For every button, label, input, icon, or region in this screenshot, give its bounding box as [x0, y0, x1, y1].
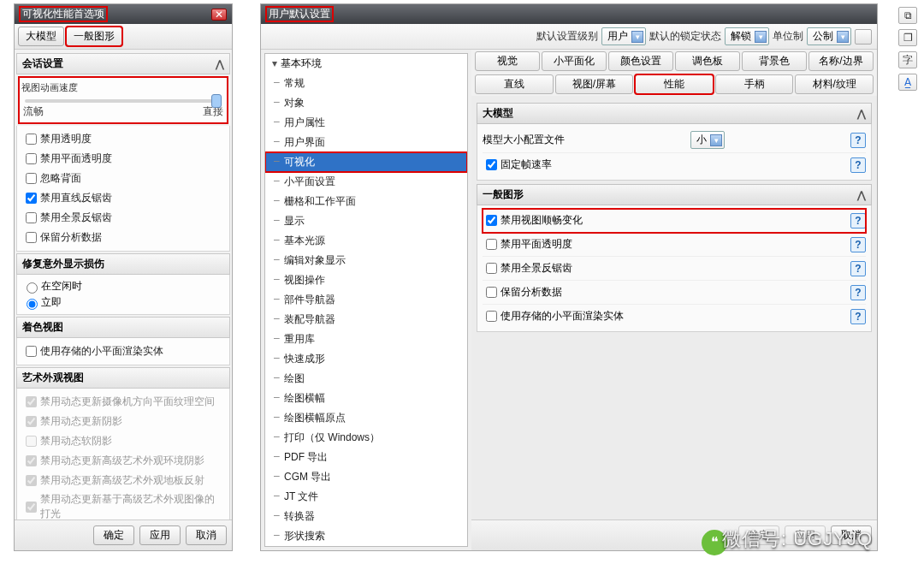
tree-item[interactable]: 可视报告 — [265, 546, 467, 547]
tree-item[interactable]: 部件导航器 — [265, 290, 467, 310]
row-scene-aa[interactable]: 禁用全景反锯齿 ? — [483, 257, 866, 281]
tab-background[interactable]: 背景色 — [742, 51, 807, 71]
radio-immediate[interactable]: 立即 — [22, 294, 224, 311]
chk-facet-render[interactable] — [486, 311, 497, 322]
tab-name-bounds[interactable]: 名称/边界 — [808, 51, 874, 71]
tab-general-graphics[interactable]: 一般图形 — [66, 27, 122, 46]
tree-item[interactable]: 绘图 — [265, 369, 467, 389]
tree-item[interactable]: 绘图横幅原点 — [265, 408, 467, 428]
chk-keep-analysis[interactable]: 保留分析数据 — [22, 228, 224, 247]
chk-disable-line-aa[interactable]: 禁用直线反锯齿 — [22, 188, 224, 208]
chk-facet-render[interactable]: 使用存储的小平面渲染实体 — [22, 341, 224, 361]
shade-section-head[interactable]: 着色视图 — [16, 317, 230, 338]
tree-item[interactable]: 编辑对象显示 — [265, 251, 467, 270]
level-combo[interactable]: 用户▾ — [601, 27, 646, 45]
session-section-head[interactable]: 会话设置 ⋀ — [16, 53, 230, 74]
tree-item[interactable]: 装配导航器 — [265, 310, 467, 329]
tab-large-model[interactable]: 大模型 — [18, 27, 64, 46]
tree-item[interactable]: 绘图横幅 — [265, 389, 467, 408]
tree-item[interactable]: 常规 — [265, 74, 467, 93]
cancel-button[interactable]: 取消 — [186, 525, 227, 545]
chk-fixed-fps[interactable] — [486, 159, 497, 170]
chk-plane-trans[interactable] — [486, 239, 497, 250]
tree-item[interactable]: 快速成形 — [265, 349, 467, 369]
close-icon[interactable]: ✕ — [211, 9, 227, 21]
chk-smooth-view[interactable] — [486, 215, 497, 226]
tree-item[interactable]: 对象 — [265, 93, 467, 113]
tree-item[interactable]: 转换器 — [265, 507, 467, 526]
dialog-title: 用户默认设置 — [266, 7, 333, 21]
artistic-section-head[interactable]: 艺术外观视图 — [16, 367, 230, 389]
chevron-up-icon[interactable]: ⋀ — [216, 58, 224, 70]
tree-item[interactable]: 形状搜索 — [265, 526, 467, 546]
chk-scene-aa[interactable] — [486, 263, 497, 274]
unit-combo[interactable]: 公制▾ — [807, 27, 851, 45]
tab-view-screen[interactable]: 视图/屏幕 — [555, 74, 634, 94]
tree-item[interactable]: 打印（仅 Windows） — [265, 428, 467, 448]
format-icon[interactable]: A̲ — [898, 74, 917, 91]
chk-disable-plane-transparency[interactable]: 禁用平面透明度 — [22, 149, 224, 169]
chk-keep-analysis[interactable] — [486, 287, 497, 298]
visual-perf-prefs-dialog: 可视化性能首选项 ✕ 大模型 一般图形 会话设置 ⋀ 视图动画速度 流畅 直接 … — [14, 3, 233, 551]
tab-line[interactable]: 直线 — [475, 74, 554, 94]
tree-item[interactable]: 视图操作 — [265, 270, 467, 290]
chevron-up-icon[interactable]: ⋀ — [857, 189, 866, 201]
tree-item-visualization[interactable]: 可视化 — [265, 152, 467, 172]
row-facet-render[interactable]: 使用存储的小平面渲染实体 ? — [483, 305, 866, 328]
tree-item[interactable]: PDF 导出 — [265, 448, 467, 467]
pages-icon[interactable]: ❐ — [898, 29, 917, 46]
apply-button[interactable]: 应用 — [139, 525, 181, 545]
ok-button[interactable]: 确定 — [93, 525, 134, 545]
chk-disable-transparency[interactable]: 禁用透明度 — [22, 129, 224, 149]
char-icon[interactable]: 字 — [898, 51, 917, 68]
help-icon[interactable]: ? — [850, 133, 866, 148]
tab-material-texture[interactable]: 材料/纹理 — [795, 74, 874, 94]
tree-item[interactable]: CGM 导出 — [265, 467, 467, 487]
tree-item[interactable]: JT 文件 — [265, 487, 467, 507]
row-smooth-view[interactable]: 禁用视图顺畅变化 ? — [483, 209, 866, 233]
help-icon[interactable]: ? — [850, 261, 866, 276]
tree-item[interactable]: 用户界面 — [265, 133, 467, 152]
chk-disable-scene-aa[interactable]: 禁用全景反锯齿 — [22, 208, 224, 228]
chevron-up-icon[interactable]: ⋀ — [857, 108, 866, 120]
row-fixed-fps[interactable]: 固定帧速率 ? — [483, 153, 866, 176]
artistic-body: 禁用动态更新摄像机方向平面纹理空间 禁用动态更新阴影 禁用动态软阴影 禁用动态更… — [16, 389, 230, 519]
repair-section-head[interactable]: 修复意外显示损伤 — [16, 253, 230, 275]
chevron-down-icon: ▾ — [710, 134, 722, 146]
nav-tree[interactable]: 基本环境 常规 对象 用户属性 用户界面 可视化 小平面设置 栅格和工作平面 显… — [264, 53, 468, 547]
row-keep-analysis[interactable]: 保留分析数据 ? — [483, 281, 866, 305]
tree-item[interactable]: 重用库 — [265, 329, 467, 349]
group-large-model-head[interactable]: 大模型 ⋀ — [477, 103, 872, 124]
session-checks: 禁用透明度 禁用平面透明度 忽略背面 禁用直线反锯齿 禁用全景反锯齿 保留分析数… — [16, 126, 230, 252]
help-icon[interactable]: ? — [850, 213, 866, 229]
ok-button[interactable]: 确定 — [738, 525, 779, 545]
help-icon[interactable]: ? — [850, 237, 866, 252]
tab-palette[interactable]: 调色板 — [675, 51, 740, 71]
chk-ignore-backface[interactable]: 忽略背面 — [22, 169, 224, 188]
radio-on-idle[interactable]: 在空闲时 — [22, 278, 224, 294]
restore-icon[interactable]: ⧉ — [898, 7, 917, 24]
apply-button[interactable]: 应用 — [785, 525, 826, 545]
tree-item[interactable]: 基本光源 — [265, 231, 467, 251]
tab-performance[interactable]: 性能 — [635, 74, 714, 94]
help-icon[interactable]: ? — [850, 285, 866, 300]
help-icon[interactable]: ? — [850, 309, 866, 324]
lock-combo[interactable]: 解锁▾ — [725, 27, 769, 45]
group-general-head[interactable]: 一般图形 ⋀ — [477, 184, 872, 205]
model-size-combo[interactable]: 小▾ — [690, 131, 725, 149]
cancel-button[interactable]: 取消 — [831, 525, 872, 545]
tree-root[interactable]: 基本环境 — [265, 54, 467, 74]
tab-visual[interactable]: 视觉 — [475, 51, 540, 71]
tree-item[interactable]: 栅格和工作平面 — [265, 192, 467, 211]
tab-handles[interactable]: 手柄 — [715, 74, 794, 94]
info-icon[interactable] — [855, 29, 872, 45]
anim-speed-slider[interactable] — [25, 99, 222, 103]
tab-faceting[interactable]: 小平面化 — [542, 51, 607, 71]
slider-thumb[interactable] — [211, 94, 222, 108]
tree-item[interactable]: 用户属性 — [265, 113, 467, 133]
row-plane-trans[interactable]: 禁用平面透明度 ? — [483, 233, 866, 257]
tree-item[interactable]: 显示 — [265, 211, 467, 231]
tab-color-settings[interactable]: 颜色设置 — [608, 51, 673, 71]
tree-item[interactable]: 小平面设置 — [265, 172, 467, 192]
help-icon[interactable]: ? — [850, 157, 866, 173]
